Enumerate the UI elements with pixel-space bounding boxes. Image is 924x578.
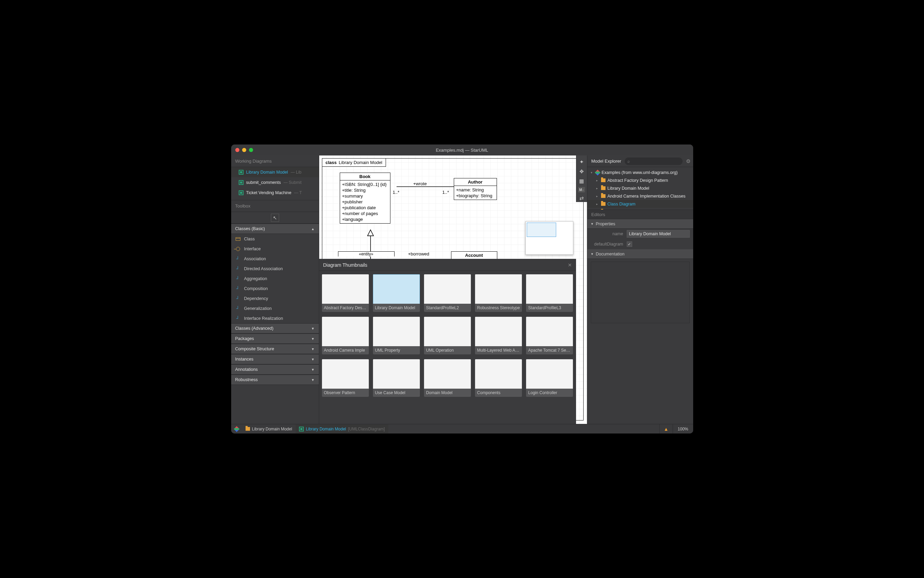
- breadcrumb-diagram[interactable]: Library Domain Model [UMLClassDiagram]: [296, 424, 388, 434]
- toolbox-item[interactable]: Interface: [231, 244, 319, 254]
- thumbnail-preview: [475, 359, 522, 389]
- toolbox-item-label: Directed Association: [244, 266, 283, 271]
- thumbnail-item[interactable]: Login Controller: [526, 359, 573, 397]
- gear-icon[interactable]: ⚙: [686, 158, 690, 164]
- thumbnail-preview: [322, 359, 369, 389]
- toolbox-section[interactable]: Instances▼: [231, 354, 319, 364]
- thumbnail-item[interactable]: Use Case Model: [373, 359, 420, 397]
- thumbnail-item[interactable]: StandardProfileL3: [526, 274, 573, 312]
- toolbox-section-label: Packages: [235, 336, 254, 341]
- thumbnail-item[interactable]: StandardProfileL2: [424, 274, 471, 312]
- properties-section-header[interactable]: ▼ Properties: [587, 219, 693, 229]
- uml-class-account[interactable]: Account: [451, 251, 497, 259]
- twisty-icon: ▸: [596, 195, 599, 198]
- right-column: Model Explorer ⌕ ⚙ ▾Examples (from www.u…: [587, 156, 693, 424]
- thumbnail-preview: [526, 317, 573, 346]
- thumbnail-item[interactable]: Library Domain Model: [373, 274, 420, 312]
- working-diagram-item[interactable]: Ticket Vending Machine— T: [231, 188, 319, 198]
- breadcrumb-model[interactable]: Library Domain Model: [242, 424, 296, 434]
- tree-item-label: Android Camera Implementation Classes: [607, 194, 685, 199]
- minimap[interactable]: [525, 221, 573, 255]
- tree-item[interactable]: ▸Library Domain Model: [587, 184, 693, 192]
- toolbox-section[interactable]: Robustness▼: [231, 375, 319, 385]
- diagram-canvas-viewport[interactable]: classLibrary Domain Model Book +ISBN: St…: [319, 156, 587, 424]
- markdown-icon[interactable]: M↓: [578, 187, 585, 192]
- thumbnail-preview: [526, 274, 573, 304]
- multiplicity-left: 1..*: [393, 190, 399, 195]
- model-explorer-search[interactable]: ⌕: [625, 157, 682, 165]
- toolbox-item[interactable]: ┘Interface Realization: [231, 313, 319, 323]
- search-input[interactable]: [632, 158, 680, 164]
- thumbnail-item[interactable]: Observer Pattern: [322, 359, 369, 397]
- thumbnail-item[interactable]: Robustness Stereotype: [475, 274, 522, 312]
- grid-icon[interactable]: ▦: [578, 177, 585, 185]
- toolbox-section-label: Instances: [235, 357, 254, 362]
- diagram-icon: [239, 180, 244, 185]
- relation-icon: ┘: [235, 286, 241, 291]
- thumbnail-preview: [373, 274, 420, 304]
- uml-class-entity[interactable]: «entity»: [338, 251, 395, 257]
- maximize-window-button[interactable]: [249, 148, 253, 152]
- thumbnail-item[interactable]: Android Camera Imple: [322, 317, 369, 354]
- thumbnail-item[interactable]: Domain Model: [424, 359, 471, 397]
- uml-class-author[interactable]: Author +name: String +biography: String: [454, 178, 497, 200]
- thumbnail-item[interactable]: UML Operation: [424, 317, 471, 354]
- toolbox-item[interactable]: ┘Generalization: [231, 304, 319, 313]
- thumbnail-item[interactable]: Components: [475, 359, 522, 397]
- close-window-button[interactable]: [235, 148, 239, 152]
- prop-name-input[interactable]: [627, 230, 690, 238]
- documentation-textarea[interactable]: [591, 261, 690, 323]
- toolbox-item[interactable]: Class: [231, 234, 319, 244]
- warnings-button[interactable]: ▲: [659, 424, 672, 434]
- uml-class-book[interactable]: Book +ISBN: String[0..1] {id} +title: St…: [340, 172, 390, 224]
- working-diagram-item[interactable]: submit_comments— Submit: [231, 177, 319, 188]
- tree-item[interactable]: ▸Android Camera Implementation Classes: [587, 192, 693, 200]
- tree-root[interactable]: ▾Examples (from www.uml-diagrams.org): [587, 169, 693, 176]
- close-thumbnails-button[interactable]: ✕: [568, 262, 572, 268]
- move-icon[interactable]: ✥: [578, 168, 585, 175]
- thumbnail-label: Multi-Layered Web Arch: [475, 346, 522, 354]
- toolbox-section[interactable]: Annotations▼: [231, 364, 319, 375]
- toolbox-item-label: Aggregation: [244, 276, 267, 281]
- share-icon[interactable]: ⇄: [578, 195, 585, 202]
- working-diagram-sub: — Submit: [284, 180, 302, 185]
- relation-icon: ┘: [235, 276, 241, 281]
- chevron-down-icon: ▼: [591, 252, 594, 256]
- documentation-heading: Documentation: [596, 252, 624, 257]
- center-column: classLibrary Domain Model Book +ISBN: St…: [319, 156, 587, 424]
- thumbnail-item[interactable]: UML Property: [373, 317, 420, 354]
- thumbnail-item[interactable]: Multi-Layered Web Arch: [475, 317, 522, 354]
- relation-icon: ┘: [235, 256, 241, 261]
- thumbnail-preview: [322, 317, 369, 346]
- minimize-window-button[interactable]: [242, 148, 246, 152]
- pointer-tool-button[interactable]: ↖: [271, 214, 279, 222]
- thumbnail-label: Use Case Model: [373, 389, 420, 397]
- tree-item[interactable]: ▸Abstract Factory Design Pattern: [587, 176, 693, 184]
- twisty-icon: ▾: [590, 171, 594, 174]
- toolbox-section[interactable]: Classes (Advanced)▼: [231, 323, 319, 333]
- interface-icon: [236, 247, 240, 251]
- thumbnail-item[interactable]: Apache Tomcat 7 Serve: [526, 317, 573, 354]
- model-explorer-header: Model Explorer ⌕ ⚙: [587, 156, 693, 167]
- status-cube[interactable]: [231, 424, 242, 434]
- toolbox-section[interactable]: Packages▼: [231, 333, 319, 344]
- extensions-icon[interactable]: ✦: [578, 158, 585, 166]
- thumbnail-item[interactable]: Abstract Factory Design: [322, 274, 369, 312]
- toolbox-section[interactable]: Classes (Basic)▲: [231, 224, 319, 234]
- documentation-section-header[interactable]: ▼ Documentation: [587, 249, 693, 259]
- toolbox-item[interactable]: ┘Association: [231, 254, 319, 264]
- toolbox-item[interactable]: ┘Directed Association: [231, 264, 319, 274]
- tree-item[interactable]: ▸Class Diagram: [587, 200, 693, 208]
- toolbox-item-label: Association: [244, 257, 266, 261]
- tree-item-label: Library Domain Model: [607, 186, 650, 191]
- toolbox-item-label: Class: [244, 237, 255, 241]
- toolbox-section[interactable]: Composite Structure▼: [231, 344, 319, 354]
- prop-defaultdiagram-checkbox[interactable]: ✓: [627, 241, 632, 247]
- toolbox-item[interactable]: ┘Aggregation: [231, 274, 319, 284]
- toolbox-item[interactable]: ┘Dependency: [231, 294, 319, 304]
- pointer-icon: ↖: [273, 215, 277, 221]
- relation-icon: ┘: [235, 306, 241, 311]
- working-diagram-item[interactable]: Library Domain Model— Lib: [231, 167, 319, 177]
- zoom-display[interactable]: 100%: [672, 424, 693, 434]
- toolbox-item[interactable]: ┘Composition: [231, 284, 319, 294]
